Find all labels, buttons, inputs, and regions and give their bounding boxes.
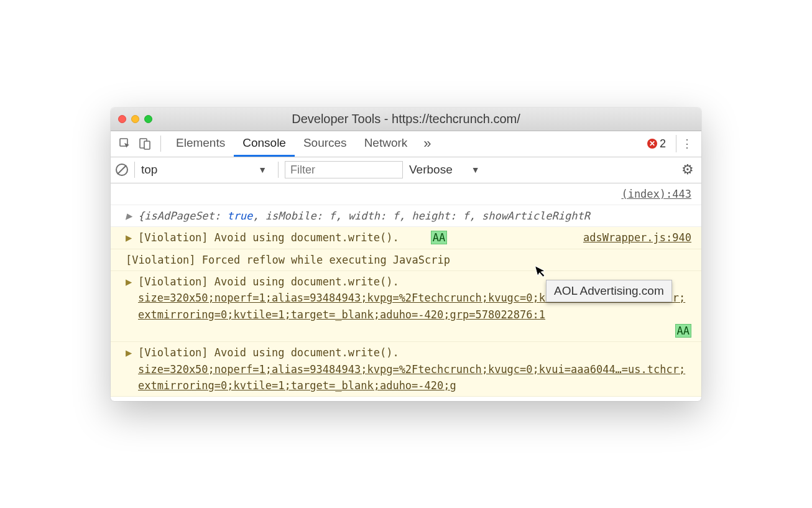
tabbar: Elements Console Sources Network » ✕ 2 ⋮: [111, 131, 701, 157]
console-entry[interactable]: ▶ adsWrapper.js:940 [Violation] Avoid us…: [111, 227, 701, 249]
inspect-icon[interactable]: [116, 134, 134, 153]
level-value: Verbose: [409, 163, 453, 177]
separator: [134, 162, 135, 178]
disclose-icon[interactable]: ▶: [126, 229, 134, 246]
gear-icon[interactable]: ⚙: [681, 162, 696, 178]
tab-elements[interactable]: Elements: [167, 131, 234, 157]
tab-console[interactable]: Console: [234, 131, 295, 157]
console-entry[interactable]: [Violation] Forced reflow while executin…: [111, 249, 701, 271]
extension-badge[interactable]: AA: [675, 324, 691, 338]
tabs: Elements Console Sources Network: [167, 131, 416, 157]
extension-badge[interactable]: AA: [431, 231, 447, 244]
maximize-icon[interactable]: [144, 115, 152, 123]
tooltip: AOL Advertising.com: [546, 280, 672, 302]
console-entry[interactable]: ▶ [Violation] Avoid using document.write…: [111, 342, 701, 397]
svg-rect-2: [144, 141, 150, 149]
device-toggle-icon[interactable]: [136, 134, 154, 153]
more-tabs-icon[interactable]: »: [417, 136, 437, 152]
kebab-menu-icon[interactable]: ⋮: [678, 134, 696, 153]
filter-input[interactable]: [285, 161, 403, 178]
traffic-lights: [118, 115, 152, 123]
tab-sources[interactable]: Sources: [295, 131, 356, 157]
separator: [676, 135, 676, 152]
chevron-down-icon: ▼: [258, 165, 267, 175]
minimize-icon[interactable]: [131, 115, 139, 123]
console-entry[interactable]: ▶ {isAdPageSet: true, isMobile: f, width…: [111, 205, 701, 227]
window-title: Developer Tools - https://techcrunch.com…: [111, 112, 701, 126]
clear-console-icon[interactable]: [116, 164, 128, 176]
close-icon[interactable]: [118, 115, 126, 123]
chevron-down-icon: ▼: [471, 165, 480, 175]
error-count-value: 2: [660, 137, 666, 150]
disclose-icon[interactable]: ▶: [126, 274, 134, 290]
disclose-icon[interactable]: ▶: [126, 208, 134, 224]
context-value: top: [141, 163, 157, 177]
error-icon: ✕: [647, 139, 657, 149]
level-selector[interactable]: Verbose ▼: [409, 163, 480, 177]
separator: [278, 162, 279, 178]
source-link[interactable]: size=320x50;noperf=1;alias=93484943;kvpg…: [138, 363, 685, 392]
titlebar: Developer Tools - https://techcrunch.com…: [111, 108, 701, 131]
filterbar: top ▼ Verbose ▼ ⚙: [111, 157, 701, 183]
context-selector[interactable]: top ▼: [141, 163, 272, 177]
separator: [160, 136, 161, 152]
source-link[interactable]: (index):443: [111, 183, 701, 205]
disclose-icon[interactable]: ▶: [126, 344, 134, 361]
error-count[interactable]: ✕ 2: [647, 137, 670, 150]
source-link[interactable]: adsWrapper.js:940: [583, 229, 691, 246]
tab-network[interactable]: Network: [356, 131, 417, 157]
devtools-window: Developer Tools - https://techcrunch.com…: [111, 108, 701, 401]
